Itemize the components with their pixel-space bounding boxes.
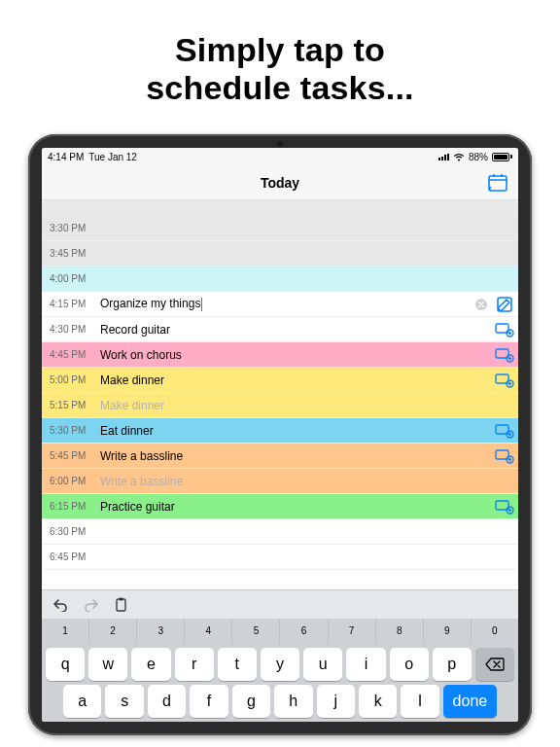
num-key[interactable]: 7 — [329, 619, 376, 644]
svg-rect-31 — [120, 597, 123, 600]
slot-time: 4:30 PM — [42, 324, 96, 335]
num-key[interactable]: 1 — [42, 619, 89, 644]
calendar-icon[interactable] — [487, 173, 508, 193]
undo-icon[interactable] — [52, 598, 69, 612]
status-bar: 4:14 PM Tue Jan 12 88% — [42, 148, 518, 165]
time-slot[interactable]: 4:45 PMWork on chorus — [42, 342, 518, 368]
slot-task: Practice guitar — [96, 500, 491, 514]
letter-key[interactable]: o — [390, 648, 429, 681]
slot-task: Write a bassline — [96, 449, 491, 463]
svg-rect-0 — [489, 176, 507, 191]
num-key[interactable]: 2 — [89, 619, 137, 644]
add-similar-icon[interactable] — [491, 373, 518, 388]
slot-task[interactable]: Organize my things — [96, 297, 472, 311]
add-similar-icon[interactable] — [491, 448, 518, 464]
slot-time: 6:45 PM — [42, 551, 96, 562]
wifi-icon — [453, 153, 465, 161]
slot-task: Eat dinner — [96, 424, 491, 438]
page-title: Today — [261, 175, 299, 191]
time-slot[interactable]: 3:45 PM — [42, 241, 518, 267]
letter-key[interactable]: w — [88, 648, 127, 681]
slot-time: 5:45 PM — [42, 450, 96, 461]
letter-key[interactable]: g — [232, 685, 270, 718]
backspace-key[interactable] — [475, 648, 514, 681]
keyboard-number-row: 1234567890 — [42, 619, 518, 644]
time-slot[interactable]: 5:30 PMEat dinner — [42, 418, 518, 444]
letter-key[interactable]: j — [317, 685, 355, 718]
svg-rect-30 — [117, 599, 125, 611]
time-slot[interactable]: 5:45 PMWrite a bassline — [42, 444, 518, 469]
slot-time: 4:00 PM — [42, 273, 96, 284]
time-slot[interactable]: 6:30 PM — [42, 519, 518, 545]
battery-icon — [492, 153, 512, 161]
redo-icon[interactable] — [83, 598, 100, 612]
time-slots: 3:30 PM3:45 PM4:00 PM4:15 PMOrganize my … — [42, 200, 518, 589]
letter-key[interactable]: e — [131, 648, 170, 681]
slot-task: Record guitar — [96, 323, 491, 337]
time-slot[interactable]: 6:45 PM — [42, 545, 518, 570]
time-slot[interactable]: 4:15 PMOrganize my things — [42, 292, 518, 317]
letter-key[interactable]: a — [63, 685, 101, 718]
time-slot[interactable]: 6:15 PMPractice guitar — [42, 494, 518, 519]
num-key[interactable]: 9 — [424, 619, 472, 644]
letter-key[interactable]: t — [218, 648, 257, 681]
hero-heading: Simply tap to schedule tasks... — [146, 31, 414, 107]
letter-key[interactable]: f — [190, 685, 228, 718]
slot-time: 5:00 PM — [42, 374, 96, 385]
keyboard-main: qwertyuiop asdfghjkldone — [42, 644, 518, 722]
letter-key[interactable]: p — [433, 648, 472, 681]
letter-key[interactable]: u — [303, 648, 342, 681]
status-date: Tue Jan 12 — [88, 152, 137, 162]
tablet-frame: 4:14 PM Tue Jan 12 88% Today 3:30 PM3:45… — [28, 134, 532, 735]
letter-key[interactable]: q — [46, 648, 85, 681]
camera-dot — [277, 141, 283, 147]
slot-time: 5:15 PM — [42, 400, 96, 410]
letter-key[interactable]: y — [261, 648, 299, 681]
slot-time: 3:30 PM — [42, 223, 96, 233]
status-time: 4:14 PM — [48, 152, 84, 162]
slot-time: 6:00 PM — [42, 476, 96, 486]
letter-key[interactable]: h — [274, 685, 312, 718]
num-key[interactable]: 3 — [137, 619, 185, 644]
slot-time: 6:30 PM — [42, 526, 96, 537]
nav-bar: Today — [42, 165, 518, 200]
num-key[interactable]: 8 — [376, 619, 424, 644]
time-slot[interactable]: 4:00 PM — [42, 267, 518, 292]
num-key[interactable]: 6 — [280, 619, 328, 644]
letter-key[interactable]: l — [401, 685, 438, 718]
slot-time: 6:15 PM — [42, 501, 96, 512]
slot-task: Work on chorus — [96, 348, 491, 362]
clear-text-icon[interactable] — [472, 298, 491, 311]
add-similar-icon[interactable] — [491, 347, 518, 363]
slot-time: 5:30 PM — [42, 425, 96, 436]
letter-key[interactable]: k — [359, 685, 397, 718]
battery-pct: 88% — [469, 152, 488, 162]
done-key[interactable]: done — [443, 685, 497, 718]
clipboard-icon[interactable] — [114, 597, 128, 613]
letter-key[interactable]: r — [175, 648, 214, 681]
cellular-icon — [438, 153, 449, 160]
num-key[interactable]: 0 — [472, 619, 518, 644]
letter-key[interactable]: s — [105, 685, 143, 718]
keyboard-toolbar — [42, 589, 518, 619]
edit-icon[interactable] — [491, 296, 518, 313]
time-slot[interactable]: 5:00 PMMake dinner — [42, 368, 518, 393]
time-slot[interactable]: 4:30 PMRecord guitar — [42, 317, 518, 342]
num-key[interactable]: 5 — [232, 619, 280, 644]
slot-time: 4:45 PM — [42, 349, 96, 360]
slot-task: Make dinner — [96, 399, 518, 412]
add-similar-icon[interactable] — [491, 423, 518, 439]
slot-time: 4:15 PM — [42, 299, 96, 309]
slot-task: Make dinner — [96, 374, 491, 387]
time-slot[interactable]: 6:00 PMWrite a bassline — [42, 469, 518, 494]
slot-task: Write a bassline — [96, 475, 518, 488]
time-slot[interactable]: 5:15 PMMake dinner — [42, 393, 518, 418]
time-slot[interactable]: 3:30 PM — [42, 216, 518, 241]
svg-rect-5 — [498, 298, 511, 311]
add-similar-icon[interactable] — [491, 499, 518, 515]
slot-gap — [42, 200, 518, 216]
letter-key[interactable]: d — [148, 685, 186, 718]
letter-key[interactable]: i — [346, 648, 385, 681]
add-similar-icon[interactable] — [491, 322, 518, 338]
num-key[interactable]: 4 — [185, 619, 232, 644]
